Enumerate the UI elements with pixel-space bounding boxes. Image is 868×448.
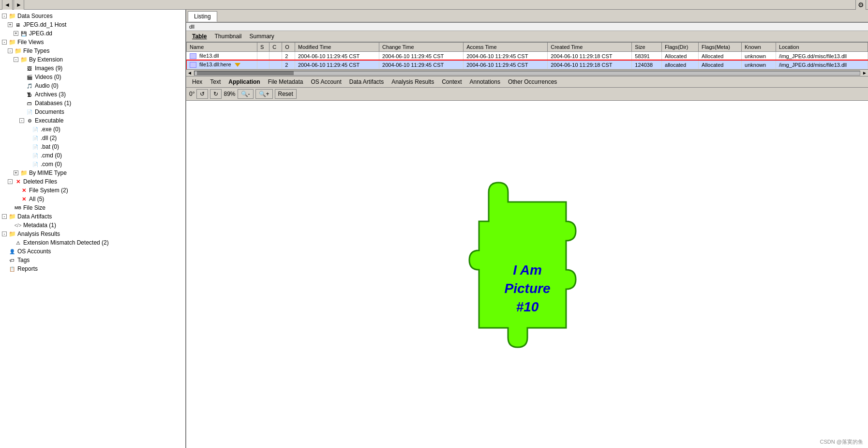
file-table-scroll[interactable]: Name S C O Modified Time Change Time Acc… [186, 42, 868, 69]
back-button[interactable]: ◄ [2, 0, 13, 10]
tab-table[interactable]: Table [188, 32, 210, 41]
scrollbar-thumb[interactable] [197, 71, 294, 75]
settings-button[interactable]: ⚙ [855, 0, 866, 10]
sidebar-item-bat[interactable]: 📄 .bat (0) [2, 142, 183, 151]
jpeg-dd-icon: 💾 [20, 30, 28, 37]
tab-os-account[interactable]: OS Account [307, 77, 345, 86]
scrollbar-track[interactable] [194, 71, 860, 76]
sidebar-item-documents[interactable]: 📄 Documents [2, 108, 183, 116]
expand-by-mime[interactable]: + [14, 170, 18, 175]
forward-button[interactable]: ► [14, 0, 24, 10]
zoom-out-button[interactable]: 🔍- [238, 89, 254, 99]
expand-by-extension[interactable]: - [14, 57, 18, 62]
app-container: ◄ ► ⚙ - 📁 Data Sources + 🖥 JPEG.dd_1 Hos… [0, 0, 868, 448]
sidebar-item-file-size[interactable]: MB File Size [2, 203, 183, 212]
sidebar-item-analysis-results[interactable]: - 📁 Analysis Results [2, 230, 183, 238]
by-extension-label: By Extension [29, 56, 63, 63]
expand-executable[interactable]: - [19, 118, 24, 123]
horizontal-scrollbar[interactable]: ◄ ► [186, 69, 868, 76]
sidebar-item-by-extension[interactable]: - 📁 By Extension [2, 55, 183, 64]
sidebar-item-data-sources[interactable]: - 📁 Data Sources [2, 12, 183, 20]
tab-analysis-results[interactable]: Analysis Results [388, 77, 438, 86]
tags-label: Tags [17, 257, 30, 263]
sidebar-item-deleted-files[interactable]: - ✕ Deleted Files [2, 177, 183, 186]
metadata-label: Metadata (1) [23, 222, 56, 229]
zoom-in-button[interactable]: 🔍+ [255, 89, 273, 99]
sidebar-item-jpeg-dd[interactable]: + 💾 JPEG.dd [2, 29, 183, 38]
sidebar-item-file-types[interactable]: - 📁 File Types [2, 46, 183, 55]
expand-jpeg-dd[interactable]: + [14, 31, 18, 36]
os-accounts-label: OS Accounts [17, 248, 51, 255]
sidebar-item-tags[interactable]: 🏷 Tags [2, 256, 183, 264]
videos-icon: 🎬 [26, 73, 33, 81]
sidebar-item-databases[interactable]: 🗃 Databases (1) [2, 99, 183, 108]
sidebar-item-file-system[interactable]: ✕ File System (2) [2, 186, 183, 195]
col-c[interactable]: C [269, 43, 282, 52]
puzzle-text-line3: #10 [516, 299, 539, 314]
tab-file-metadata[interactable]: File Metadata [264, 77, 307, 86]
sidebar-item-ext-mismatch[interactable]: ⚠ Extension Mismatch Detected (2) [2, 238, 183, 247]
table-row[interactable]: file13.dll 2 2004-06-10 11:29:45 CST 200… [187, 52, 868, 61]
sidebar-item-data-artifacts[interactable]: - 📁 Data Artifacts [2, 212, 183, 221]
sidebar-item-jpeg-host[interactable]: + 🖥 JPEG.dd_1 Host [2, 20, 183, 29]
expand-data-artifacts[interactable]: - [2, 214, 7, 219]
file-system-label: File System (2) [29, 187, 68, 194]
col-modified[interactable]: Modified Time [295, 43, 379, 52]
sidebar-item-os-accounts[interactable]: 👤 OS Accounts [2, 247, 183, 256]
file-system-icon: ✕ [20, 186, 28, 194]
sidebar-item-cmd[interactable]: 📄 .cmd (0) [2, 151, 183, 160]
expand-data-sources[interactable]: - [2, 14, 7, 18]
tab-thumbnail[interactable]: Thumbnail [210, 32, 245, 41]
col-o[interactable]: O [282, 43, 295, 52]
tab-text[interactable]: Text [206, 77, 224, 86]
rotate-left-button[interactable]: ↺ [196, 89, 208, 99]
sidebar-item-executable[interactable]: - ⚙ Executable [2, 116, 183, 125]
tab-annotations[interactable]: Annotations [466, 77, 504, 86]
sidebar-item-reports[interactable]: 📋 Reports [2, 264, 183, 273]
sidebar-item-audio[interactable]: 🎵 Audio (0) [2, 81, 183, 90]
sidebar-item-videos[interactable]: 🎬 Videos (0) [2, 73, 183, 81]
expand-deleted-files[interactable]: - [8, 179, 13, 184]
sidebar-item-file-views[interactable]: - 📁 File Views [2, 38, 183, 46]
col-created[interactable]: Created Time [548, 43, 632, 52]
reset-button[interactable]: Reset [275, 89, 297, 99]
rotate-right-button[interactable]: ↻ [210, 89, 222, 99]
col-name[interactable]: Name [187, 43, 257, 52]
tab-summary[interactable]: Summary [245, 32, 278, 41]
col-location[interactable]: Location [776, 43, 868, 52]
col-size[interactable]: Size [632, 43, 662, 52]
audio-icon: 🎵 [26, 82, 33, 90]
col-known[interactable]: Known [742, 43, 776, 52]
expand-file-views[interactable]: - [2, 40, 7, 45]
sidebar-item-images[interactable]: 🖼 Images (9) [2, 64, 183, 73]
col-access[interactable]: Access Time [464, 43, 548, 52]
sidebar-item-com[interactable]: 📄 .com (0) [2, 160, 183, 169]
sidebar-item-all[interactable]: ✕ All (5) [2, 195, 183, 203]
tab-other-occurrences[interactable]: Other Occurrences [504, 77, 561, 86]
sidebar-item-dll[interactable]: 📄 .dll (2) [2, 134, 183, 142]
tab-context[interactable]: Context [438, 77, 465, 86]
cell-c [269, 52, 282, 61]
tab-application[interactable]: Application [224, 77, 264, 86]
sidebar-item-metadata[interactable]: </> Metadata (1) [2, 221, 183, 230]
scroll-right-arrow[interactable]: ► [862, 70, 867, 76]
expand-analysis-results[interactable]: - [2, 232, 7, 236]
tab-hex[interactable]: Hex [188, 77, 206, 86]
expand-jpeg-host[interactable]: + [8, 22, 13, 27]
col-s[interactable]: S [257, 43, 269, 52]
sidebar-item-exe[interactable]: 📄 .exe (0) [2, 125, 183, 134]
col-flags-dir[interactable]: Flags(Dir) [662, 43, 699, 52]
sidebar-item-archives[interactable]: 🗜 Archives (3) [2, 90, 183, 99]
cell-created: 2004-06-10 11:29:18 CST [548, 61, 632, 69]
col-flags-meta[interactable]: Flags(Meta) [699, 43, 742, 52]
table-row[interactable]: file13.dll:here 2 2004-06-10 11:29:45 CS… [187, 61, 868, 69]
sidebar-item-by-mime[interactable]: + 📁 By MIME Type [2, 169, 183, 177]
col-change[interactable]: Change Time [379, 43, 464, 52]
expand-file-types[interactable]: - [8, 48, 13, 53]
com-label: .com (0) [41, 161, 62, 168]
tab-data-artifacts[interactable]: Data Artifacts [345, 77, 388, 86]
bat-icon: 📄 [31, 143, 39, 151]
scroll-left-arrow[interactable]: ◄ [187, 70, 192, 76]
listing-tab[interactable]: Listing [188, 11, 217, 22]
cell-o: 2 [282, 61, 295, 69]
